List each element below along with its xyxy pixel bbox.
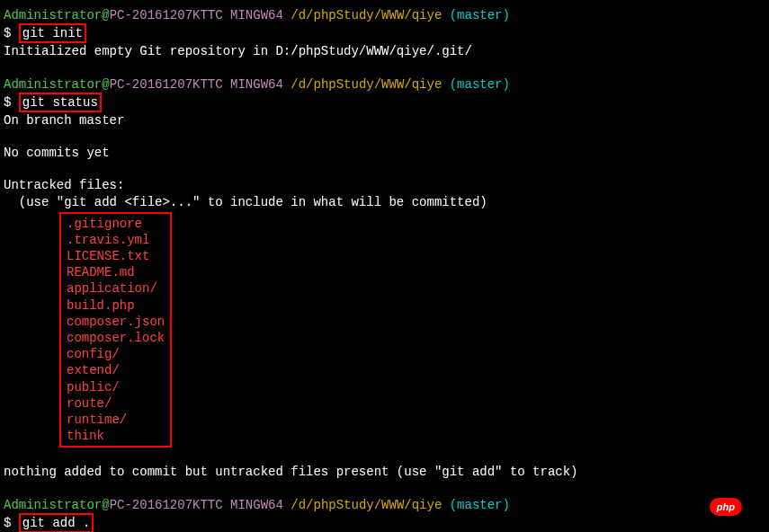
untracked-file: composer.json (67, 314, 165, 330)
untracked-file: application/ (67, 280, 165, 297)
untracked-file: composer.lock (67, 330, 165, 346)
untracked-file: route/ (67, 395, 165, 412)
prompt-dollar: $ (4, 26, 19, 40)
git-status-command: git status (19, 93, 102, 112)
prompt-host: PC-20161207KTTC (110, 8, 223, 22)
no-commits-output: No commits yet (4, 145, 765, 161)
command-line-2[interactable]: $ git status (4, 93, 765, 112)
prompt-branch: (master) (442, 77, 510, 92)
prompt-user: Administrator (4, 498, 102, 512)
prompt-shell: MINGW64 (223, 77, 291, 92)
untracked-file: runtime/ (67, 412, 165, 428)
untracked-file: .gitignore (67, 216, 165, 232)
prompt-shell: MINGW64 (223, 8, 291, 22)
untracked-file: build.php (67, 297, 165, 314)
prompt-shell: MINGW64 (223, 498, 291, 512)
untracked-hint: (use "git add <file>..." to include in w… (4, 194, 765, 210)
nothing-added-output: nothing added to commit but untracked fi… (4, 464, 765, 480)
git-init-command: git init (19, 23, 86, 43)
prompt-path: /d/phpStudy/WWW/qiye (291, 77, 442, 92)
prompt-line-1: Administrator@PC-20161207KTTC MINGW64 /d… (4, 7, 765, 23)
prompt-dollar: $ (4, 95, 19, 110)
prompt-at: @ (102, 77, 109, 92)
php-badge: php (710, 498, 742, 516)
prompt-at: @ (102, 8, 109, 22)
git-add-command: git add . (19, 513, 94, 532)
prompt-at: @ (102, 498, 109, 512)
prompt-host: PC-20161207KTTC (110, 77, 223, 92)
prompt-branch: (master) (442, 8, 510, 22)
command-line-1[interactable]: $ git init (4, 23, 765, 43)
command-line-3[interactable]: $ git add . (4, 513, 765, 532)
prompt-branch: (master) (442, 498, 510, 512)
untracked-file: README.md (67, 264, 165, 280)
prompt-line-2: Administrator@PC-20161207KTTC MINGW64 /d… (4, 76, 765, 93)
untracked-file: think (67, 428, 165, 444)
untracked-file: config/ (67, 346, 165, 362)
untracked-file: LICENSE.txt (67, 248, 165, 264)
prompt-path: /d/phpStudy/WWW/qiye (291, 8, 442, 22)
prompt-dollar: $ (4, 516, 19, 530)
untracked-file: public/ (67, 379, 165, 395)
prompt-path: /d/phpStudy/WWW/qiye (291, 498, 442, 512)
prompt-line-3: Administrator@PC-20161207KTTC MINGW64 /d… (4, 497, 765, 513)
prompt-user: Administrator (4, 77, 102, 92)
untracked-files-box: .gitignore .travis.yml LICENSE.txt READM… (59, 212, 172, 448)
untracked-file: extend/ (67, 362, 165, 378)
untracked-header: Untracked files: (4, 177, 765, 193)
prompt-user: Administrator (4, 8, 102, 22)
on-branch-output: On branch master (4, 112, 765, 129)
untracked-file: .travis.yml (67, 232, 165, 248)
init-output: Initialized empty Git repository in D:/p… (4, 43, 765, 59)
prompt-host: PC-20161207KTTC (110, 498, 223, 512)
